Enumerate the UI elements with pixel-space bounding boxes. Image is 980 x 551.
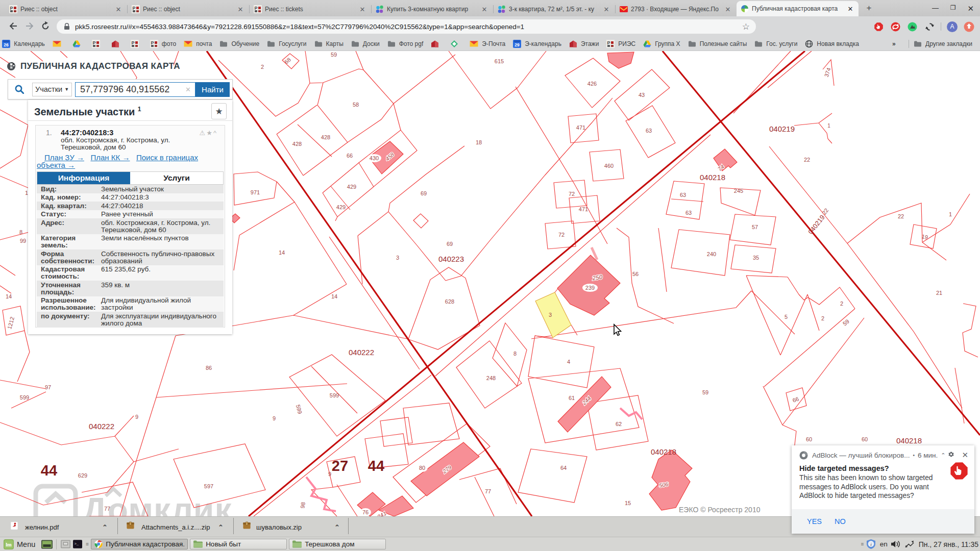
svg-text:60: 60 (806, 436, 812, 442)
svg-text:1: 1 (949, 211, 952, 217)
svg-text:629: 629 (78, 472, 87, 479)
svg-text:2: 2 (840, 300, 843, 307)
svg-text:61: 61 (569, 395, 575, 401)
svg-text:59: 59 (331, 52, 337, 58)
svg-text:43: 43 (639, 92, 645, 98)
svg-text:69: 69 (421, 190, 427, 196)
svg-text:18: 18 (476, 139, 482, 145)
svg-text:>_: >_ (75, 542, 79, 546)
svg-text:9: 9 (135, 414, 138, 420)
svg-text:426: 426 (587, 81, 597, 87)
svg-text:040223: 040223 (438, 255, 464, 263)
svg-text:77: 77 (485, 488, 491, 494)
svg-text:040218: 040218 (896, 436, 922, 445)
svg-text:8: 8 (19, 229, 22, 235)
svg-text:59: 59 (702, 389, 708, 395)
svg-text:77: 77 (104, 506, 110, 512)
svg-text:60: 60 (862, 436, 868, 442)
svg-text:80: 80 (419, 465, 425, 471)
svg-text:9: 9 (328, 471, 331, 477)
svg-text:97: 97 (45, 384, 51, 390)
svg-text:2: 2 (261, 64, 264, 70)
svg-text:040218: 040218 (651, 447, 676, 456)
svg-text:239: 239 (585, 285, 595, 291)
svg-text:72: 72 (569, 191, 575, 197)
svg-text:86: 86 (206, 365, 212, 371)
svg-text:599: 599 (330, 392, 339, 398)
svg-text:4: 4 (567, 359, 570, 365)
svg-text:14: 14 (6, 293, 12, 299)
svg-text:040222: 040222 (89, 422, 114, 431)
svg-text:248: 248 (486, 375, 496, 381)
svg-text:1: 1 (827, 123, 830, 129)
svg-text:76: 76 (362, 509, 369, 515)
svg-text:615: 615 (495, 58, 504, 64)
svg-text:428: 428 (321, 134, 330, 140)
svg-text:040219: 040219 (769, 124, 795, 133)
svg-text:2: 2 (821, 315, 824, 321)
svg-text:35: 35 (753, 255, 759, 261)
svg-text:27: 27 (332, 458, 348, 474)
svg-text:240: 240 (707, 251, 716, 257)
svg-text:44: 44 (41, 462, 57, 479)
svg-text:430: 430 (370, 155, 379, 161)
svg-text:72: 72 (558, 232, 565, 238)
svg-text:14: 14 (279, 249, 285, 256)
svg-text:5: 5 (785, 314, 788, 320)
svg-text:ЕЭКО © Росреестр 2010: ЕЭКО © Росреестр 2010 (679, 506, 761, 514)
svg-text:lm: lm (6, 542, 12, 547)
svg-text:429: 429 (347, 184, 356, 190)
svg-text:3: 3 (396, 255, 399, 261)
svg-text:3: 3 (549, 312, 552, 318)
svg-text:22: 22 (804, 157, 810, 163)
svg-text:63: 63 (680, 192, 686, 198)
svg-text:250: 250 (592, 273, 603, 282)
svg-text:58: 58 (353, 102, 359, 108)
svg-text:471: 471 (579, 206, 588, 212)
svg-text:44: 44 (368, 458, 384, 474)
svg-text:63: 63 (685, 210, 692, 216)
svg-text:040218: 040218 (700, 173, 725, 182)
svg-text:21: 21 (936, 290, 942, 296)
svg-text:66: 66 (347, 153, 353, 159)
svg-text:8: 8 (513, 350, 517, 357)
svg-text:62: 62 (616, 421, 622, 427)
svg-text:69: 69 (447, 241, 453, 247)
svg-text:63: 63 (646, 128, 652, 134)
svg-text:56: 56 (632, 271, 639, 277)
svg-text:471: 471 (576, 124, 585, 131)
svg-text:99: 99 (20, 238, 26, 244)
svg-text:428: 428 (292, 141, 302, 147)
svg-text:597: 597 (204, 483, 213, 489)
svg-text:15: 15 (625, 500, 631, 506)
svg-text:245: 245 (734, 188, 743, 194)
svg-text:429: 429 (336, 204, 346, 210)
svg-text:64: 64 (560, 465, 567, 471)
svg-text:19: 19 (921, 233, 928, 240)
svg-text:22: 22 (898, 213, 904, 219)
svg-text:628: 628 (445, 298, 454, 305)
svg-text:57: 57 (752, 224, 758, 230)
svg-text:14: 14 (331, 293, 337, 299)
svg-text:9: 9 (273, 415, 276, 421)
svg-text:599: 599 (20, 394, 29, 400)
svg-text:971: 971 (251, 189, 260, 195)
svg-text:040222: 040222 (349, 348, 374, 357)
svg-text:460: 460 (604, 163, 614, 169)
svg-text:98: 98 (299, 502, 306, 509)
